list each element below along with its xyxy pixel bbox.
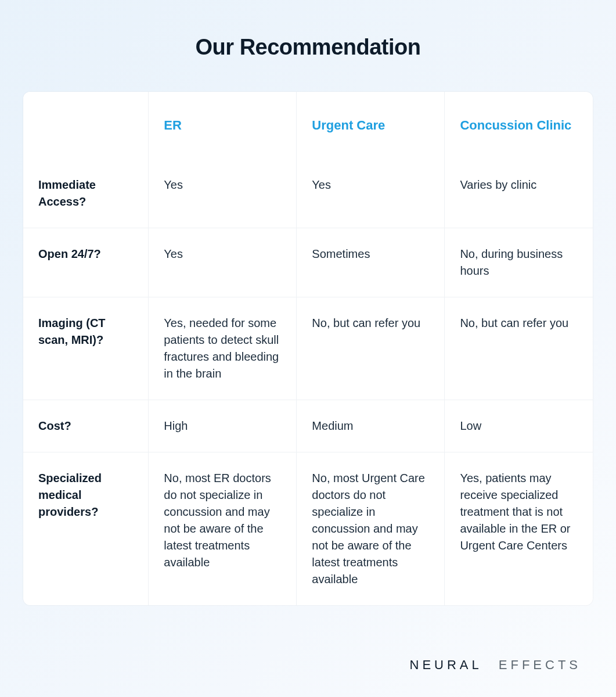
row-label: Cost?: [23, 400, 149, 452]
comparison-table: ER Urgent Care Concussion Clinic Immedia…: [23, 92, 593, 605]
table-row: Cost? High Medium Low: [23, 400, 593, 452]
brand-logo: NEURAL EFFECTS: [410, 658, 581, 673]
cell: Yes, needed for some patients to detect …: [149, 297, 297, 400]
cell: No, but can refer you: [297, 297, 445, 400]
cell: No, most ER doctors do not specialize in…: [149, 452, 297, 605]
table-row: Immediate Access? Yes Yes Varies by clin…: [23, 159, 593, 228]
col-header-urgent-care: Urgent Care: [297, 92, 445, 159]
cell: Varies by clinic: [445, 159, 593, 228]
header-empty: [23, 92, 149, 159]
table-row: Specialized medical providers? No, most …: [23, 452, 593, 605]
cell: Yes: [149, 228, 297, 297]
cell: No, most Urgent Care doctors do not spec…: [297, 452, 445, 605]
page-title: Our Recommendation: [23, 35, 593, 60]
cell: Sometimes: [297, 228, 445, 297]
row-label: Specialized medical providers?: [23, 452, 149, 605]
cell: No, during business hours: [445, 228, 593, 297]
col-header-er: ER: [149, 92, 297, 159]
brand-part2: EFFECTS: [499, 658, 581, 673]
row-label: Imaging (CT scan, MRI)?: [23, 297, 149, 400]
col-header-concussion-clinic: Concussion Clinic: [445, 92, 593, 159]
table-row: Open 24/7? Yes Sometimes No, during busi…: [23, 228, 593, 297]
table-row: Imaging (CT scan, MRI)? Yes, needed for …: [23, 297, 593, 400]
cell: Yes: [297, 159, 445, 228]
cell: Low: [445, 400, 593, 452]
cell: Medium: [297, 400, 445, 452]
cell: High: [149, 400, 297, 452]
cell: No, but can refer you: [445, 297, 593, 400]
comparison-table-wrap: ER Urgent Care Concussion Clinic Immedia…: [23, 92, 593, 605]
table-header-row: ER Urgent Care Concussion Clinic: [23, 92, 593, 159]
row-label: Open 24/7?: [23, 228, 149, 297]
cell: Yes, patients may receive specialized tr…: [445, 452, 593, 605]
brand-part1: NEURAL: [410, 658, 482, 673]
row-label: Immediate Access?: [23, 159, 149, 228]
cell: Yes: [149, 159, 297, 228]
